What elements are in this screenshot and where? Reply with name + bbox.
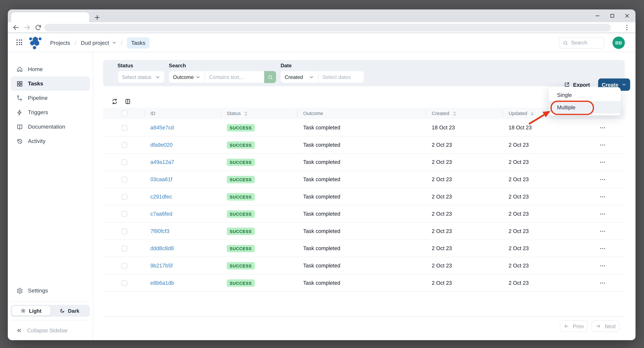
- minimize-icon[interactable]: [595, 13, 600, 18]
- created-cell: 2 Oct 23: [426, 262, 503, 269]
- sidebar: Home Tasks Pipeline Triggers Documentati…: [8, 52, 93, 340]
- chevron-down-icon: [155, 74, 160, 80]
- row-checkbox[interactable]: [122, 280, 127, 286]
- chevron-down-icon: [309, 74, 314, 80]
- task-id-link[interactable]: 03caa61f: [150, 176, 172, 182]
- task-id-link[interactable]: c291dfec: [150, 194, 172, 200]
- outcome-cell: Task completed: [297, 262, 426, 269]
- column-header-created[interactable]: Created: [426, 110, 503, 117]
- column-header-outcome: Outcome: [297, 110, 426, 117]
- date-range-input[interactable]: [318, 71, 364, 83]
- browser-toolbar: [8, 22, 636, 33]
- sidebar-item-home[interactable]: Home: [10, 62, 90, 76]
- sidebar-item-settings[interactable]: Settings: [10, 284, 90, 298]
- row-checkbox[interactable]: [122, 211, 127, 217]
- sidebar-item-triggers[interactable]: Triggers: [10, 105, 90, 120]
- status-badge: SUCCESS: [227, 210, 254, 218]
- sidebar-item-pipeline[interactable]: Pipeline: [10, 91, 90, 105]
- search-icon: [563, 40, 568, 46]
- back-icon[interactable]: [12, 24, 20, 31]
- theme-light-button[interactable]: Light: [12, 306, 50, 316]
- theme-dark-button[interactable]: Dark: [50, 306, 89, 316]
- row-actions-icon[interactable]: [599, 280, 606, 286]
- table-row: 7f90fcf3 SUCCESS Task completed 2 Oct 23…: [103, 223, 625, 240]
- date-field-select[interactable]: Created: [280, 71, 318, 83]
- sidebar-item-tasks[interactable]: Tasks: [10, 76, 90, 91]
- reload-icon[interactable]: [34, 24, 42, 31]
- created-cell: 2 Oct 23: [426, 159, 503, 165]
- search-filter-group: Outcome: [169, 71, 276, 83]
- columns-icon[interactable]: [124, 98, 131, 105]
- created-cell: 2 Oct 23: [426, 228, 503, 234]
- sidebar-item-documentation[interactable]: Documentation: [10, 120, 90, 134]
- app-launcher-icon[interactable]: [16, 39, 23, 46]
- task-id-link[interactable]: ddd8c8d8: [150, 245, 174, 252]
- home-icon: [16, 66, 23, 72]
- close-icon[interactable]: [624, 13, 630, 18]
- history-clock-icon: [16, 138, 23, 144]
- search-text-input[interactable]: [204, 71, 264, 83]
- breadcrumb-tasks[interactable]: Tasks: [127, 37, 150, 48]
- chevron-down-icon: [196, 74, 200, 80]
- row-checkbox[interactable]: [122, 263, 127, 268]
- search-input[interactable]: [571, 40, 600, 46]
- address-bar[interactable]: [44, 24, 611, 32]
- task-id-link[interactable]: dfa9e020: [150, 142, 172, 148]
- search-submit-button[interactable]: [264, 71, 276, 83]
- row-actions-icon[interactable]: [599, 245, 606, 252]
- table-row: a845e7cd SUCCESS Task completed 18 Oct 2…: [103, 119, 625, 136]
- row-checkbox[interactable]: [122, 125, 127, 130]
- row-checkbox[interactable]: [122, 228, 127, 234]
- task-id-link[interactable]: 7f90fcf3: [150, 228, 169, 234]
- status-badge: SUCCESS: [227, 141, 254, 148]
- select-all-checkbox[interactable]: [122, 110, 127, 116]
- row-actions-icon[interactable]: [599, 228, 606, 234]
- column-header-id: ID: [144, 110, 221, 117]
- status-badge: SUCCESS: [227, 158, 254, 166]
- status-filter-select[interactable]: Select status: [118, 71, 164, 83]
- browser-menu-icon[interactable]: [623, 24, 630, 31]
- task-id-link[interactable]: e8b6a1db: [150, 280, 174, 286]
- collapse-sidebar-button[interactable]: Collapse Sidebar: [10, 324, 90, 337]
- menu-item-single[interactable]: Single: [549, 89, 621, 101]
- column-header-status[interactable]: Status: [221, 110, 298, 117]
- prev-page-button[interactable]: Prev: [560, 320, 587, 332]
- breadcrumb-separator: /: [121, 40, 122, 46]
- row-checkbox[interactable]: [122, 246, 127, 251]
- maximize-icon[interactable]: [610, 13, 615, 18]
- row-actions-icon[interactable]: [599, 193, 606, 200]
- table-row: 9b217b5f SUCCESS Task completed 2 Oct 23…: [103, 257, 625, 274]
- row-checkbox[interactable]: [122, 194, 127, 200]
- book-icon: [16, 124, 23, 130]
- row-actions-icon[interactable]: [599, 210, 606, 217]
- filter-panel: Status Select status Search Outcome: [103, 60, 625, 86]
- global-search[interactable]: [559, 37, 604, 48]
- task-id-link[interactable]: c7aa6fed: [150, 211, 172, 217]
- task-id-link[interactable]: a49a12a7: [150, 159, 174, 165]
- arrow-left-icon: [564, 323, 569, 329]
- search-field-select[interactable]: Outcome: [169, 71, 204, 83]
- menu-item-multiple[interactable]: Multiple: [549, 101, 621, 114]
- row-actions-icon[interactable]: [599, 142, 606, 148]
- breadcrumb-project-selector[interactable]: Dud project: [81, 40, 116, 46]
- row-actions-icon[interactable]: [599, 262, 606, 269]
- refresh-icon[interactable]: [111, 98, 118, 105]
- task-id-link[interactable]: a845e7cd: [150, 124, 174, 131]
- row-actions-icon[interactable]: [599, 159, 606, 165]
- avatar[interactable]: BB: [612, 36, 625, 49]
- row-checkbox[interactable]: [122, 142, 127, 148]
- row-actions-icon[interactable]: [599, 176, 606, 182]
- breadcrumb-projects[interactable]: Projects: [50, 40, 70, 46]
- row-actions-icon[interactable]: [599, 124, 606, 131]
- sidebar-item-activity[interactable]: Activity: [10, 134, 90, 148]
- next-page-button[interactable]: Next: [592, 320, 620, 332]
- task-id-link[interactable]: 9b217b5f: [150, 262, 172, 269]
- row-checkbox[interactable]: [122, 176, 127, 182]
- new-tab-icon[interactable]: [93, 14, 101, 21]
- table-row: c7aa6fed SUCCESS Task completed 2 Oct 23…: [103, 205, 625, 223]
- updated-cell: 2 Oct 23: [503, 194, 580, 200]
- forward-icon[interactable]: [23, 24, 31, 31]
- browser-tab[interactable]: [11, 12, 89, 22]
- created-cell: 2 Oct 23: [426, 142, 503, 148]
- row-checkbox[interactable]: [122, 159, 127, 165]
